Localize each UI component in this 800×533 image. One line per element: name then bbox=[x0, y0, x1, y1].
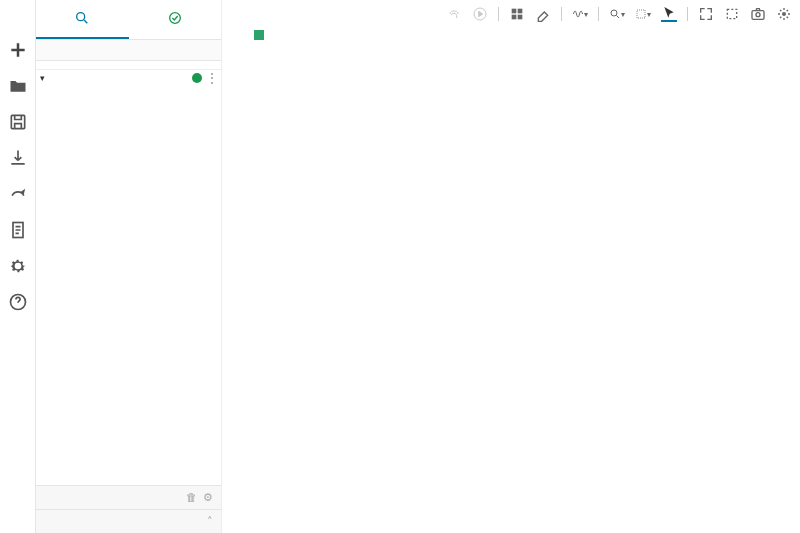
report-icon[interactable] bbox=[8, 220, 28, 240]
svg-rect-13 bbox=[752, 11, 764, 20]
archive-gear-icon[interactable]: ⚙ bbox=[203, 491, 213, 504]
svg-rect-7 bbox=[518, 9, 523, 14]
svg-point-10 bbox=[611, 10, 617, 16]
chart-legend bbox=[222, 28, 800, 44]
tab-compare[interactable] bbox=[129, 0, 222, 39]
properties-chevron-icon: ˄ bbox=[207, 515, 213, 528]
signal-panel: ▾ ⋮ 🗑 ⚙ ˄ bbox=[36, 0, 222, 533]
svg-rect-9 bbox=[518, 15, 523, 20]
folder-icon[interactable] bbox=[8, 76, 28, 96]
save-icon[interactable] bbox=[8, 112, 28, 132]
import-icon[interactable] bbox=[8, 148, 28, 168]
grid-layout-icon[interactable] bbox=[509, 6, 525, 22]
svg-rect-8 bbox=[512, 15, 517, 20]
erase-icon[interactable] bbox=[535, 6, 551, 22]
zoom-region-icon[interactable]: ▾ bbox=[635, 6, 651, 22]
chart-toolbar: ▾ ▾ ▾ bbox=[222, 0, 800, 28]
archive-strip[interactable]: 🗑 ⚙ bbox=[36, 485, 221, 509]
panel-tabs bbox=[36, 0, 221, 40]
svg-rect-0 bbox=[11, 115, 24, 128]
signal-wave-icon[interactable]: ▾ bbox=[572, 6, 588, 22]
cursor-icon[interactable] bbox=[661, 6, 677, 22]
help-icon[interactable] bbox=[8, 292, 28, 312]
run-row[interactable]: ▾ ⋮ bbox=[36, 70, 221, 86]
left-toolbar bbox=[0, 0, 36, 533]
archive-trash-icon[interactable]: 🗑 bbox=[186, 491, 197, 504]
run-menu-icon[interactable]: ⋮ bbox=[206, 73, 217, 83]
legend-swatch-icon bbox=[254, 30, 264, 40]
svg-point-4 bbox=[169, 12, 180, 23]
expand-icon[interactable] bbox=[698, 6, 714, 22]
svg-point-15 bbox=[782, 12, 786, 16]
chart-area[interactable] bbox=[222, 44, 800, 533]
signal-list bbox=[36, 86, 221, 485]
play-icon bbox=[472, 6, 488, 22]
fingerprint-icon bbox=[446, 6, 462, 22]
zoom-icon[interactable]: ▾ bbox=[609, 6, 625, 22]
settings-icon[interactable] bbox=[8, 256, 28, 276]
chart-svg bbox=[230, 44, 792, 525]
svg-rect-12 bbox=[727, 9, 736, 18]
svg-point-14 bbox=[756, 13, 760, 17]
svg-point-3 bbox=[77, 12, 85, 20]
expand-triangle-icon[interactable]: ▾ bbox=[40, 73, 50, 83]
filter-input[interactable] bbox=[36, 40, 221, 60]
export-icon[interactable] bbox=[8, 184, 28, 204]
svg-rect-6 bbox=[512, 9, 517, 14]
main-area: ▾ ▾ ▾ bbox=[222, 0, 800, 533]
snapshot-icon[interactable] bbox=[750, 6, 766, 22]
chart-settings-icon[interactable] bbox=[776, 6, 792, 22]
signal-header-row bbox=[36, 61, 221, 70]
properties-strip[interactable]: ˄ bbox=[36, 509, 221, 533]
filter-box bbox=[36, 40, 221, 61]
add-icon[interactable] bbox=[8, 40, 28, 60]
run-status-dot-icon bbox=[192, 73, 202, 83]
svg-rect-11 bbox=[637, 10, 645, 18]
fit-icon[interactable] bbox=[724, 6, 740, 22]
tab-inspect[interactable] bbox=[36, 0, 129, 39]
